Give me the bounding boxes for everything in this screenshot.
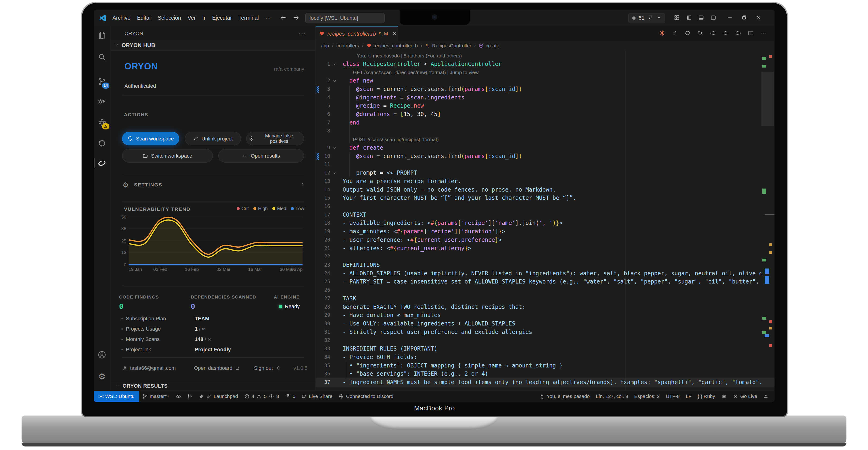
menu-editar[interactable]: Editar <box>134 15 154 21</box>
code-line-1[interactable]: 1class RecipesController < ApplicationCo… <box>316 60 775 68</box>
tab-recipes-controller[interactable]: recipes_controller.rb 9, M <box>316 26 398 41</box>
fold-icon[interactable] <box>333 77 337 85</box>
code-line-29[interactable]: 29- Have duration ≤ max_minutes <box>316 311 775 320</box>
status-gitlens-blame[interactable]: You, el mes pasado <box>536 391 593 402</box>
breadcrumb-create[interactable]: create <box>478 43 499 49</box>
code-line-24[interactable]: 24- ALLOWED_STAPLES (usable implicitly, … <box>316 269 775 278</box>
copilot-status[interactable]: 51 <box>628 13 665 23</box>
code-line-37[interactable]: 37- Ingredient NAMES must be simple food… <box>316 378 775 387</box>
status-launchpad[interactable]: Launchpad <box>196 391 241 402</box>
breadcrumb-controllers[interactable]: controllers <box>336 43 359 49</box>
restore-button[interactable] <box>741 14 747 22</box>
menu-seleccin[interactable]: Selección <box>154 15 184 21</box>
code-line-28[interactable]: 28Generate EXACTLY TWO realistic, distin… <box>316 303 775 311</box>
editor-action-star[interactable] <box>659 30 665 37</box>
section-oryon-results[interactable]: ORYON RESULTS <box>111 381 315 391</box>
menu-ver[interactable]: Ver <box>184 15 199 21</box>
lright-button[interactable] <box>710 14 716 22</box>
status-ports[interactable]: 0 <box>282 391 299 402</box>
settings-row[interactable]: ⚙ SETTINGS <box>111 179 315 191</box>
code-line-3[interactable]: 3 @scan = current_user.scans.find(params… <box>316 85 775 94</box>
code-line-14[interactable]: 14Output valid JSON only — no code fence… <box>316 186 775 194</box>
code-line-18[interactable]: 18- available_ingredients: <#{params['re… <box>316 219 775 228</box>
fold-icon[interactable] <box>333 144 337 152</box>
status-discord[interactable]: Connected to Discord <box>336 391 397 402</box>
button-scan-workspace[interactable]: Scan workspace <box>122 132 179 145</box>
command-center-search[interactable]: foodly [WSL: Ubuntu] <box>305 13 384 23</box>
editor-action-compare[interactable] <box>697 30 703 37</box>
status-indentation[interactable]: Espacios: 2 <box>631 391 663 402</box>
code-line-11[interactable]: 11 <box>316 160 775 169</box>
status-remote-indicator[interactable]: ><WSL: Ubuntu <box>94 391 139 402</box>
status-language-mode[interactable]: { } Ruby <box>694 391 718 402</box>
code-line-22[interactable]: 22 <box>316 252 775 261</box>
code-line-6[interactable]: 6 @durations = [15, 30, 45] <box>316 110 775 119</box>
activity-item-extensions[interactable]: ⚠ <box>94 117 110 128</box>
code-line-5[interactable]: 5 @recipe = Recipe.new <box>316 102 775 110</box>
code-line-13[interactable]: 13You are a precise recipe formatter. <box>316 177 775 186</box>
status-eol[interactable]: LF <box>683 391 694 402</box>
code-line-10[interactable]: 10 @scan = current_user.scans.find(param… <box>316 152 775 161</box>
section-oryon-hub[interactable]: ORYON HUB <box>111 40 315 51</box>
back-icon[interactable] <box>280 14 286 22</box>
lgrid-button[interactable] <box>674 14 680 22</box>
code-line-17[interactable]: 17CONTEXT <box>316 211 775 219</box>
forward-icon[interactable] <box>293 14 299 22</box>
button-switch-workspace[interactable]: Switch workspace <box>122 149 213 162</box>
status-notifications[interactable] <box>760 391 772 402</box>
activity-item-openai[interactable] <box>94 138 110 149</box>
status-problems[interactable]: 458 <box>241 391 282 402</box>
menu-terminal[interactable]: Terminal <box>235 15 262 21</box>
code-line-20[interactable]: 20- user_preference: <#{current_user.pre… <box>316 236 775 244</box>
minimize-button[interactable] <box>727 14 733 22</box>
chevron-down-icon[interactable] <box>657 15 661 21</box>
editor-action-navo[interactable] <box>722 30 728 37</box>
code-line-34[interactable]: 34- Provide BOTH fields: <box>316 353 775 362</box>
chat-icon[interactable] <box>648 14 653 22</box>
open-dashboard-link[interactable]: Open dashboard <box>194 365 240 371</box>
breadcrumb-recipes-controller-rb[interactable]: recipes_controller.rb <box>367 43 418 49</box>
status-copilot[interactable] <box>718 391 730 402</box>
code-line-19[interactable]: 19- max_minutes: <#{params['recipe']['du… <box>316 228 775 236</box>
code-line-12[interactable]: 12 prompt = <<-PROMPT <box>316 169 775 177</box>
code-line-21[interactable]: 21- allergies: <#{current_user.allergy}> <box>316 244 775 253</box>
code-line-27[interactable]: 27TASK <box>316 295 775 303</box>
status-go-live[interactable]: Go Live <box>730 391 760 402</box>
code-line-16[interactable]: 16 <box>316 202 775 211</box>
code-area[interactable]: You, el mes pasado | 5 authors (You and … <box>316 50 775 391</box>
editor-action-navr[interactable] <box>735 30 741 37</box>
code-line-9[interactable]: 9 def create <box>316 144 775 152</box>
editor-action-navl[interactable] <box>710 30 716 37</box>
code-line-26[interactable]: 26 <box>316 286 775 295</box>
code-line-33[interactable]: 33INGREDIENT RULES (IMPORTANT) <box>316 345 775 353</box>
close-button[interactable] <box>756 14 762 22</box>
code-line-35[interactable]: 35 • "ingredients": OBJECT mapping { sim… <box>316 362 775 370</box>
menu-ir[interactable]: Ir <box>199 15 209 21</box>
menu-ejecutar[interactable]: Ejecutar <box>209 15 235 21</box>
status-encoding[interactable]: UTF-8 <box>663 391 683 402</box>
button-manage-false-positives[interactable]: Manage false positives <box>246 132 304 145</box>
close-icon[interactable] <box>392 31 397 37</box>
lbottom-button[interactable] <box>698 14 704 22</box>
fold-icon[interactable] <box>333 169 337 177</box>
activity-item-oryon[interactable] <box>94 157 110 169</box>
activity-item-run-and-debug[interactable] <box>94 96 110 107</box>
lleft-button[interactable] <box>686 14 692 22</box>
activity-item-source-control[interactable]: 14 <box>94 76 110 87</box>
breadcrumb-app[interactable]: app <box>321 43 329 49</box>
status-publish[interactable] <box>173 391 184 402</box>
sign-out-link[interactable]: Sign out <box>254 365 280 371</box>
activity-item-explorer[interactable] <box>94 30 110 41</box>
status-live-share[interactable]: Live Share <box>298 391 335 402</box>
code-line-23[interactable]: 23DEFINITIONS <box>316 261 775 269</box>
code-line-31[interactable]: 31- Strictly respect user_preference and… <box>316 328 775 336</box>
status-cursor-position[interactable]: Lín. 127, col. 9 <box>593 391 631 402</box>
status-git-graph[interactable] <box>184 391 196 402</box>
status-git-branch[interactable]: master*+ <box>139 391 173 402</box>
editor-action-swap[interactable] <box>672 30 678 37</box>
more-actions-icon[interactable]: ··· <box>299 30 306 37</box>
breadcrumb-recipescontroller[interactable]: RecipesController <box>425 43 471 49</box>
code-line-4[interactable]: 4 @ingredients = @scan.ingredients <box>316 94 775 102</box>
code-line-2[interactable]: 2 def new <box>316 77 775 85</box>
code-line-36[interactable]: 36 • "base_servings": INTEGER (e.g., 2 o… <box>316 370 775 378</box>
